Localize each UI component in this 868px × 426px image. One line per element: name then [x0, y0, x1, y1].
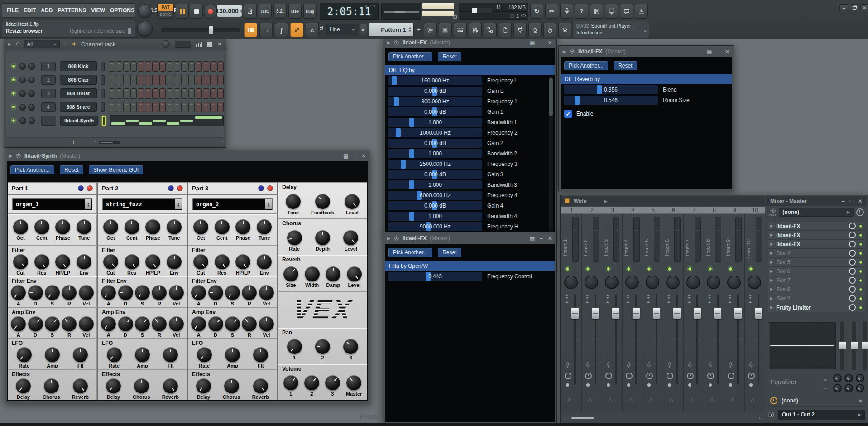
add-pattern-button[interactable]: +	[415, 24, 422, 35]
mute-dot[interactable]	[566, 383, 569, 387]
step-cell[interactable]	[203, 102, 209, 112]
step-cell[interactable]	[116, 88, 122, 99]
active-led[interactable]	[177, 185, 183, 191]
step-cell[interactable]	[145, 102, 151, 112]
vex-knob[interactable]: Vel	[169, 316, 184, 338]
vex-knob[interactable]: Phase	[145, 219, 160, 241]
preset-selector[interactable]: organ_2▲▼	[192, 198, 273, 210]
mute-dot[interactable]	[607, 383, 610, 387]
swap-arrows-icon[interactable]: ▲▼	[563, 293, 571, 300]
vex-knob[interactable]: S	[135, 285, 150, 306]
slot-mix-knob[interactable]	[849, 304, 856, 311]
fx-titlebar[interactable]: ▶ Ildaeil-FX (Master) ▦–✕	[559, 46, 734, 57]
vex-knob[interactable]: S	[45, 285, 60, 306]
step-cell[interactable]	[152, 88, 158, 99]
menu-item[interactable]: OPTIONS	[110, 7, 134, 14]
param-slider[interactable]: 1000.000 Hz	[388, 128, 482, 137]
snap-selector[interactable]: Line▸	[326, 24, 358, 35]
fx-slot[interactable]: ▶ Ildaeil-FX	[768, 240, 865, 249]
step-cell[interactable]	[167, 61, 173, 72]
mixer-track[interactable]: Insert 2 ▲▼ ◂▸ △	[582, 214, 602, 412]
oscilloscope-panel[interactable]	[381, 3, 421, 20]
param-slider[interactable]: 2500.000 Hz	[388, 160, 482, 169]
step-cell[interactable]	[145, 75, 151, 85]
vex-knob[interactable]: S	[225, 285, 240, 306]
record-arm-icon[interactable]	[748, 362, 754, 371]
vex-knob[interactable]: Chorus	[43, 378, 60, 400]
step-cell[interactable]	[145, 61, 151, 72]
vex-knob[interactable]: Vel	[79, 285, 94, 306]
song-mode-button[interactable]: SONG	[158, 11, 173, 19]
record-arm-icon[interactable]	[728, 362, 734, 371]
vex-knob[interactable]: S	[225, 316, 240, 338]
vex-knob[interactable]: D	[208, 316, 223, 338]
track-number[interactable]: 9	[724, 207, 745, 213]
fx-slot[interactable]: ▶ Ildaeil-FX	[768, 222, 865, 231]
pan-knob[interactable]	[666, 276, 680, 289]
mixer-view-bar[interactable]: Wide ▶	[561, 196, 765, 206]
minimize-icon[interactable]: –	[717, 48, 720, 55]
step-cell[interactable]	[217, 102, 224, 112]
vex-knob[interactable]: A	[101, 285, 116, 306]
step-cell[interactable]	[138, 102, 144, 112]
channel-button[interactable]: 808 Snare	[60, 102, 97, 112]
scroll-left-icon[interactable]: ‹	[95, 139, 96, 144]
record-arm-icon[interactable]	[687, 362, 693, 371]
channel-button[interactable]: 808 HiHat	[60, 88, 97, 98]
vex-knob[interactable]: Delay	[106, 378, 121, 400]
plugin-icon[interactable]	[513, 23, 527, 37]
step-cell[interactable]	[217, 75, 224, 85]
stereo-arrows-icon[interactable]: ◂▸	[604, 300, 611, 304]
send-time-row[interactable]: (none) ▶	[768, 395, 865, 407]
vex-knob[interactable]: S	[45, 316, 60, 338]
track-number[interactable]: 8	[704, 207, 724, 213]
step-cell[interactable]	[167, 75, 173, 85]
slide-note-icon[interactable]: ʃ	[275, 23, 288, 37]
step-cell[interactable]	[196, 88, 202, 99]
vex-knob[interactable]: D	[118, 285, 133, 306]
close-button[interactable]: ✕	[860, 4, 868, 11]
gear-icon[interactable]	[569, 48, 575, 54]
mute-dot[interactable]	[688, 383, 691, 387]
preset-selector[interactable]: string_fuzz▲▼	[102, 198, 182, 210]
step-cell[interactable]	[181, 61, 187, 72]
stereo-arrows-icon[interactable]: ◂▸	[584, 300, 591, 304]
track-number[interactable]: 4	[623, 207, 643, 213]
vex-knob[interactable]: A	[191, 285, 206, 306]
param-slider[interactable]: 300.000 Hz	[388, 97, 482, 106]
post-icon[interactable]: POST	[769, 208, 776, 216]
eq-fader[interactable]	[852, 321, 856, 370]
vex-knob[interactable]: Width	[305, 266, 320, 288]
vex-knob[interactable]: Rate	[287, 230, 302, 252]
latency-clock-icon[interactable]	[748, 373, 755, 379]
active-led[interactable]	[87, 185, 93, 191]
step-cell[interactable]	[109, 75, 115, 85]
track-number[interactable]: 10	[745, 207, 765, 213]
pick-another-button[interactable]: Pick Another...	[388, 52, 432, 61]
slot-enable-led[interactable]	[859, 279, 863, 282]
step-cell[interactable]	[203, 88, 209, 99]
vex-knob[interactable]: Level	[347, 266, 362, 288]
step-cell[interactable]	[130, 75, 137, 85]
step-cell[interactable]	[159, 102, 166, 112]
vex-knob[interactable]: Feedback	[311, 194, 334, 215]
menu-item[interactable]: FILE	[7, 7, 19, 14]
mute-dot[interactable]	[668, 383, 671, 387]
slot-mix-knob[interactable]	[849, 277, 856, 284]
scroll-left-icon[interactable]: ‹	[565, 415, 567, 421]
vex-knob[interactable]: Cent	[34, 219, 49, 241]
param-slider[interactable]: 160.000 Hz	[388, 76, 482, 85]
vex-knob[interactable]: 1	[283, 375, 298, 397]
playlist-icon[interactable]	[424, 23, 437, 37]
vex-knob[interactable]: Amp	[45, 347, 60, 368]
channel-select-pill[interactable]	[102, 116, 106, 126]
step-cell[interactable]	[152, 75, 158, 85]
vex-knob[interactable]: Rate	[17, 347, 32, 368]
channel-enable-led[interactable]	[12, 119, 15, 122]
minimize-icon[interactable]: –	[540, 235, 543, 242]
slot-enable-led[interactable]	[859, 233, 863, 237]
swap-arrows-icon[interactable]: ▲▼	[584, 293, 591, 300]
track-led[interactable]	[708, 267, 712, 271]
slot-arrow-icon[interactable]: ▶	[770, 278, 773, 282]
scrollbar-thumb[interactable]	[549, 78, 553, 116]
